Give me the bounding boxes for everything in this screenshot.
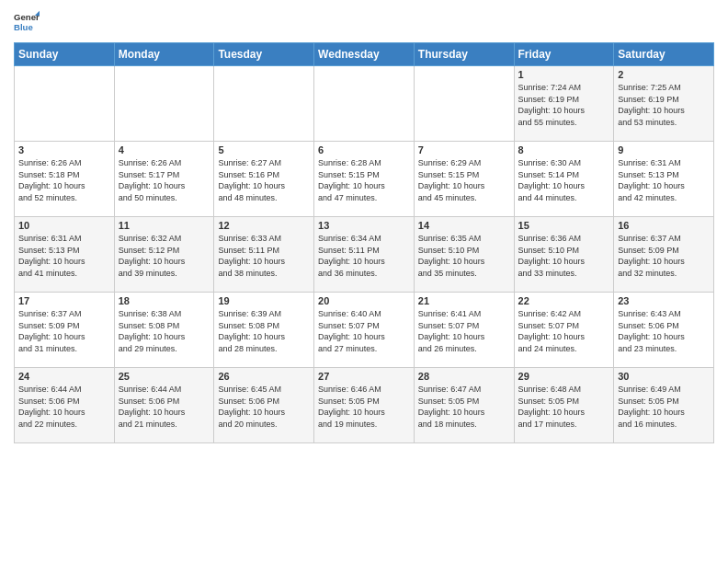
calendar-cell: 3Sunrise: 6:26 AM Sunset: 5:18 PM Daylig… — [15, 142, 115, 217]
day-number: 17 — [18, 295, 110, 306]
day-number: 14 — [418, 220, 510, 231]
day-info: Sunrise: 6:39 AM Sunset: 5:08 PM Dayligh… — [218, 308, 310, 354]
calendar-cell: 29Sunrise: 6:48 AM Sunset: 5:05 PM Dayli… — [514, 368, 614, 443]
day-number: 22 — [518, 295, 610, 306]
calendar-cell: 27Sunrise: 6:46 AM Sunset: 5:05 PM Dayli… — [314, 368, 415, 443]
calendar-week-5: 24Sunrise: 6:44 AM Sunset: 5:06 PM Dayli… — [15, 368, 714, 443]
day-info: Sunrise: 6:44 AM Sunset: 5:06 PM Dayligh… — [119, 384, 210, 430]
logo-icon: General Blue — [14, 9, 40, 35]
calendar-cell: 1Sunrise: 7:24 AM Sunset: 6:19 PM Daylig… — [514, 66, 614, 142]
day-number: 5 — [218, 144, 310, 155]
calendar-cell: 18Sunrise: 6:38 AM Sunset: 5:08 PM Dayli… — [114, 293, 214, 368]
day-number: 29 — [518, 371, 610, 382]
day-number: 26 — [218, 371, 310, 382]
calendar-cell: 6Sunrise: 6:28 AM Sunset: 5:15 PM Daylig… — [314, 142, 415, 217]
day-info: Sunrise: 6:46 AM Sunset: 5:05 PM Dayligh… — [318, 384, 410, 430]
day-number: 30 — [618, 371, 710, 382]
day-info: Sunrise: 6:37 AM Sunset: 5:09 PM Dayligh… — [18, 308, 110, 354]
logo: General Blue — [14, 9, 40, 35]
day-number: 20 — [318, 295, 410, 306]
calendar-cell — [114, 66, 214, 142]
day-number: 11 — [119, 220, 210, 231]
day-number: 13 — [318, 220, 410, 231]
day-info: Sunrise: 6:38 AM Sunset: 5:08 PM Dayligh… — [119, 308, 210, 354]
day-number: 3 — [18, 144, 110, 155]
day-info: Sunrise: 6:34 AM Sunset: 5:11 PM Dayligh… — [318, 233, 410, 279]
calendar-cell: 9Sunrise: 6:31 AM Sunset: 5:13 PM Daylig… — [614, 142, 714, 217]
calendar-cell: 19Sunrise: 6:39 AM Sunset: 5:08 PM Dayli… — [214, 293, 314, 368]
weekday-header-tuesday: Tuesday — [214, 43, 314, 66]
calendar-cell — [314, 66, 415, 142]
day-info: Sunrise: 6:29 AM Sunset: 5:15 PM Dayligh… — [418, 157, 510, 203]
calendar-cell: 30Sunrise: 6:49 AM Sunset: 5:05 PM Dayli… — [614, 368, 714, 443]
day-number: 7 — [418, 144, 510, 155]
calendar-cell: 26Sunrise: 6:45 AM Sunset: 5:06 PM Dayli… — [214, 368, 314, 443]
day-info: Sunrise: 6:33 AM Sunset: 5:11 PM Dayligh… — [218, 233, 310, 279]
calendar-cell: 2Sunrise: 7:25 AM Sunset: 6:19 PM Daylig… — [614, 66, 714, 142]
weekday-header-monday: Monday — [114, 43, 214, 66]
day-number: 2 — [618, 69, 710, 80]
day-number: 21 — [418, 295, 510, 306]
calendar-cell: 14Sunrise: 6:35 AM Sunset: 5:10 PM Dayli… — [414, 217, 514, 293]
calendar-cell: 13Sunrise: 6:34 AM Sunset: 5:11 PM Dayli… — [314, 217, 415, 293]
day-info: Sunrise: 6:44 AM Sunset: 5:06 PM Dayligh… — [18, 384, 110, 430]
day-info: Sunrise: 6:47 AM Sunset: 5:05 PM Dayligh… — [418, 384, 510, 430]
calendar-cell: 28Sunrise: 6:47 AM Sunset: 5:05 PM Dayli… — [414, 368, 514, 443]
day-info: Sunrise: 6:31 AM Sunset: 5:13 PM Dayligh… — [618, 157, 710, 203]
calendar-cell: 20Sunrise: 6:40 AM Sunset: 5:07 PM Dayli… — [314, 293, 415, 368]
day-info: Sunrise: 6:42 AM Sunset: 5:07 PM Dayligh… — [518, 308, 610, 354]
day-number: 25 — [119, 371, 210, 382]
day-info: Sunrise: 6:26 AM Sunset: 5:17 PM Dayligh… — [119, 157, 210, 203]
day-info: Sunrise: 6:40 AM Sunset: 5:07 PM Dayligh… — [318, 308, 410, 354]
day-info: Sunrise: 6:30 AM Sunset: 5:14 PM Dayligh… — [518, 157, 610, 203]
day-info: Sunrise: 6:48 AM Sunset: 5:05 PM Dayligh… — [518, 384, 610, 430]
day-number: 16 — [618, 220, 710, 231]
day-info: Sunrise: 6:31 AM Sunset: 5:13 PM Dayligh… — [18, 233, 110, 279]
calendar-table: SundayMondayTuesdayWednesdayThursdayFrid… — [14, 42, 714, 443]
day-number: 9 — [618, 144, 710, 155]
day-info: Sunrise: 6:45 AM Sunset: 5:06 PM Dayligh… — [218, 384, 310, 430]
calendar-cell: 15Sunrise: 6:36 AM Sunset: 5:10 PM Dayli… — [514, 217, 614, 293]
day-info: Sunrise: 6:26 AM Sunset: 5:18 PM Dayligh… — [18, 157, 110, 203]
calendar-cell: 12Sunrise: 6:33 AM Sunset: 5:11 PM Dayli… — [214, 217, 314, 293]
svg-text:Blue: Blue — [14, 22, 33, 32]
day-info: Sunrise: 7:24 AM Sunset: 6:19 PM Dayligh… — [518, 82, 610, 128]
calendar-cell — [214, 66, 314, 142]
svg-text:General: General — [14, 12, 40, 22]
calendar-container: General Blue SundayMondayTuesdayWednesda… — [0, 0, 728, 453]
day-info: Sunrise: 7:25 AM Sunset: 6:19 PM Dayligh… — [618, 82, 710, 128]
day-info: Sunrise: 6:43 AM Sunset: 5:06 PM Dayligh… — [618, 308, 710, 354]
day-number: 28 — [418, 371, 510, 382]
day-number: 24 — [18, 371, 110, 382]
day-info: Sunrise: 6:49 AM Sunset: 5:05 PM Dayligh… — [618, 384, 710, 430]
day-info: Sunrise: 6:37 AM Sunset: 5:09 PM Dayligh… — [618, 233, 710, 279]
calendar-week-3: 10Sunrise: 6:31 AM Sunset: 5:13 PM Dayli… — [15, 217, 714, 293]
calendar-cell: 5Sunrise: 6:27 AM Sunset: 5:16 PM Daylig… — [214, 142, 314, 217]
calendar-cell: 23Sunrise: 6:43 AM Sunset: 5:06 PM Dayli… — [614, 293, 714, 368]
calendar-cell: 24Sunrise: 6:44 AM Sunset: 5:06 PM Dayli… — [15, 368, 115, 443]
day-info: Sunrise: 6:27 AM Sunset: 5:16 PM Dayligh… — [218, 157, 310, 203]
calendar-cell: 10Sunrise: 6:31 AM Sunset: 5:13 PM Dayli… — [15, 217, 115, 293]
weekday-header-wednesday: Wednesday — [314, 43, 415, 66]
day-number: 27 — [318, 371, 410, 382]
day-number: 10 — [18, 220, 110, 231]
day-info: Sunrise: 6:32 AM Sunset: 5:12 PM Dayligh… — [119, 233, 210, 279]
day-number: 8 — [518, 144, 610, 155]
day-number: 18 — [119, 295, 210, 306]
day-number: 6 — [318, 144, 410, 155]
day-info: Sunrise: 6:36 AM Sunset: 5:10 PM Dayligh… — [518, 233, 610, 279]
weekday-header-saturday: Saturday — [614, 43, 714, 66]
calendar-cell: 16Sunrise: 6:37 AM Sunset: 5:09 PM Dayli… — [614, 217, 714, 293]
calendar-cell: 8Sunrise: 6:30 AM Sunset: 5:14 PM Daylig… — [514, 142, 614, 217]
day-info: Sunrise: 6:28 AM Sunset: 5:15 PM Dayligh… — [318, 157, 410, 203]
calendar-week-2: 3Sunrise: 6:26 AM Sunset: 5:18 PM Daylig… — [15, 142, 714, 217]
day-number: 19 — [218, 295, 310, 306]
calendar-cell — [15, 66, 115, 142]
day-number: 12 — [218, 220, 310, 231]
calendar-cell: 4Sunrise: 6:26 AM Sunset: 5:17 PM Daylig… — [114, 142, 214, 217]
calendar-cell: 25Sunrise: 6:44 AM Sunset: 5:06 PM Dayli… — [114, 368, 214, 443]
day-number: 4 — [119, 144, 210, 155]
calendar-cell: 21Sunrise: 6:41 AM Sunset: 5:07 PM Dayli… — [414, 293, 514, 368]
day-number: 15 — [518, 220, 610, 231]
calendar-header: General Blue — [14, 9, 714, 35]
